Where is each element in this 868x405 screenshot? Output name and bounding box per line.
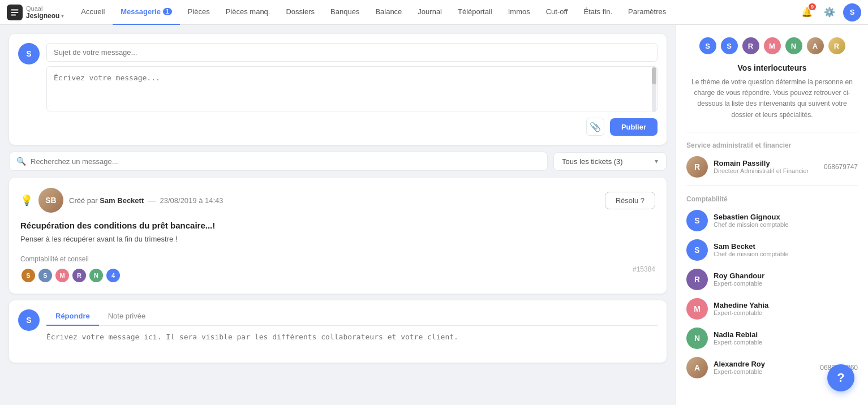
interlocutor-roy: R Roy Ghandour Expert-comptable (686, 269, 858, 290)
nav-link-banques[interactable]: Banques (323, 0, 367, 25)
interlocutor-romain: R Romain Passilly Directeur Administrati… (686, 156, 858, 178)
messagerie-badge: 1 (163, 8, 172, 15)
ticket-header: 💡 SB Créé par Sam Beckett — 23/08/2019 à… (20, 188, 655, 213)
ticket-meta: Créé par Sam Beckett — 23/08/2019 à 14:4… (69, 196, 599, 205)
ticket-body: Penser à les récupérer avant la fin du t… (20, 234, 655, 245)
user-avatar[interactable]: S (843, 3, 861, 21)
filter-chevron-icon: ▾ (655, 157, 658, 165)
nav-link-accueil[interactable]: Accueil (73, 0, 113, 25)
nav-link-messagerie[interactable]: Messagerie 1 (113, 0, 179, 25)
interlocutor-sam: S Sam Becket Chef de mission comptable (686, 239, 858, 261)
nav-link-pieces[interactable]: Pièces (180, 0, 218, 25)
reply-body-input[interactable] (46, 331, 658, 354)
mahedine-avatar: M (686, 298, 708, 320)
ticket-tag: Comptabilité et conseil (20, 255, 121, 263)
nav-link-balance[interactable]: Balance (367, 0, 410, 25)
interlocutor-nadia: N Nadia Rebiai Expert-comptable (686, 328, 858, 349)
search-icon: 🔍 (16, 157, 26, 166)
compose-scrollbar[interactable] (652, 67, 656, 112)
romain-info: Romain Passilly Directeur Administratif … (714, 159, 818, 174)
notifications-badge: 9 (809, 3, 816, 10)
inter-avatar-1: S (698, 36, 717, 55)
settings-button[interactable]: ⚙️ (820, 3, 839, 21)
ticket-author-avatar: SB (38, 188, 63, 213)
ticket-footer-left: Comptabilité et conseil S S M R N 4 (20, 255, 121, 283)
mahedine-role: Expert-comptable (714, 309, 858, 316)
nav-right-actions: 🔔 9 ⚙️ S (798, 3, 861, 21)
inter-avatar-6: A (806, 36, 825, 55)
roy-name: Roy Ghandour (714, 272, 858, 280)
reply-card: S Répondre Note privée (9, 300, 667, 363)
interlocutors-avatars: S S R M N A R (686, 36, 858, 55)
interlocutors-desc: Le thème de votre question détermine la … (686, 77, 858, 120)
participant-avatar-4: R (71, 268, 87, 283)
sebastien-info: Sebastien Gignoux Chef de mission compta… (714, 213, 858, 228)
filter-label: Tous les tickets (3) (562, 157, 623, 166)
compose-scrollbar-thumb (652, 67, 656, 84)
search-input[interactable] (31, 157, 540, 166)
section-label-admin: Service administratif et financier (686, 141, 858, 149)
romain-avatar: R (686, 156, 708, 178)
romain-name: Romain Passilly (714, 159, 818, 167)
mahedine-info: Mahedine Yahia Expert-comptable (714, 301, 858, 316)
reply-avatar: S (18, 309, 40, 331)
inter-avatar-5: N (784, 36, 803, 55)
nav-link-journal[interactable]: Journal (410, 0, 450, 25)
nav-links: Accueil Messagerie 1 Pièces Pièces manq.… (73, 0, 796, 25)
compose-avatar: S (18, 43, 40, 64)
reply-tab-repondre[interactable]: Répondre (46, 307, 99, 326)
interlocutors-title: Vos interlocuteurs (686, 63, 858, 72)
company-label: Quaal (26, 5, 64, 12)
sam-avatar: S (686, 239, 708, 261)
roy-avatar: R (686, 269, 708, 290)
left-panel: S 📎 Publier 🔍 (0, 25, 676, 405)
interlocutor-sebastien: S Sebastien Gignoux Chef de mission comp… (686, 210, 858, 231)
section-label-compta: Comptabilité (686, 195, 858, 203)
romain-role: Directeur Administratif et Financier (714, 167, 818, 174)
right-panel: S S R M N A R Vos interlocuteurs Le thèm… (676, 25, 868, 405)
nav-link-immos[interactable]: Immos (500, 0, 538, 25)
nav-link-dossiers[interactable]: Dossiers (278, 0, 323, 25)
compose-body-input[interactable] (46, 66, 658, 111)
attach-button[interactable]: 📎 (586, 118, 604, 136)
alexandre-info: Alexandre Roy Expert-comptable (714, 360, 814, 375)
ticket-id: #15384 (633, 265, 655, 273)
alexandre-role: Expert-comptable (714, 368, 814, 375)
search-box: 🔍 (9, 152, 548, 171)
ticket-card: 💡 SB Créé par Sam Beckett — 23/08/2019 à… (9, 178, 667, 294)
nav-logo[interactable]: Quaal Jesigneou ▾ (7, 5, 64, 20)
nav-link-parametres[interactable]: Paramètres (620, 0, 674, 25)
ticket-footer: Comptabilité et conseil S S M R N 4 #153… (20, 255, 655, 283)
compose-subject-input[interactable] (46, 43, 658, 62)
filter-dropdown[interactable]: Tous les tickets (3) ▾ (553, 152, 667, 171)
sam-name: Sam Becket (714, 242, 858, 251)
nav-link-teleportail[interactable]: Téléportail (450, 0, 500, 25)
divider-2 (686, 186, 858, 186)
company-user: Jesigneou ▾ (26, 12, 64, 20)
ticket-bulb-icon: 💡 (20, 194, 33, 206)
sebastien-name: Sebastien Gignoux (714, 213, 858, 221)
inter-avatar-4: M (763, 36, 782, 55)
reply-tab-note-privee[interactable]: Note privée (99, 307, 154, 326)
nav-link-pieces-manq[interactable]: Pièces manq. (218, 0, 278, 25)
compose-card: S 📎 Publier (9, 34, 667, 145)
nav-link-etats-fin[interactable]: États fin. (575, 0, 620, 25)
company-switcher[interactable]: Quaal Jesigneou ▾ (26, 5, 64, 20)
search-filter-row: 🔍 Tous les tickets (3) ▾ (9, 152, 667, 171)
publish-button[interactable]: Publier (610, 118, 658, 136)
company-chevron-icon: ▾ (61, 13, 64, 19)
help-button[interactable]: ? (827, 364, 854, 391)
mahedine-name: Mahedine Yahia (714, 301, 858, 309)
resolve-button[interactable]: Résolu ? (605, 192, 655, 209)
reply-tabs: Répondre Note privée (46, 307, 658, 326)
romain-phone: 068679747 (824, 163, 858, 171)
compose-body-wrapper (46, 66, 658, 113)
attach-icon: 📎 (590, 122, 601, 132)
nav-link-cutoff[interactable]: Cut-off (538, 0, 576, 25)
nadia-info: Nadia Rebiai Expert-comptable (714, 330, 858, 346)
ticket-title: Récupération des conditions du prêt banc… (20, 221, 655, 230)
ticket-created-label: Créé par (69, 196, 98, 205)
sebastien-avatar: S (686, 210, 708, 231)
notifications-button[interactable]: 🔔 9 (798, 3, 816, 21)
inter-avatar-7: R (827, 36, 846, 55)
